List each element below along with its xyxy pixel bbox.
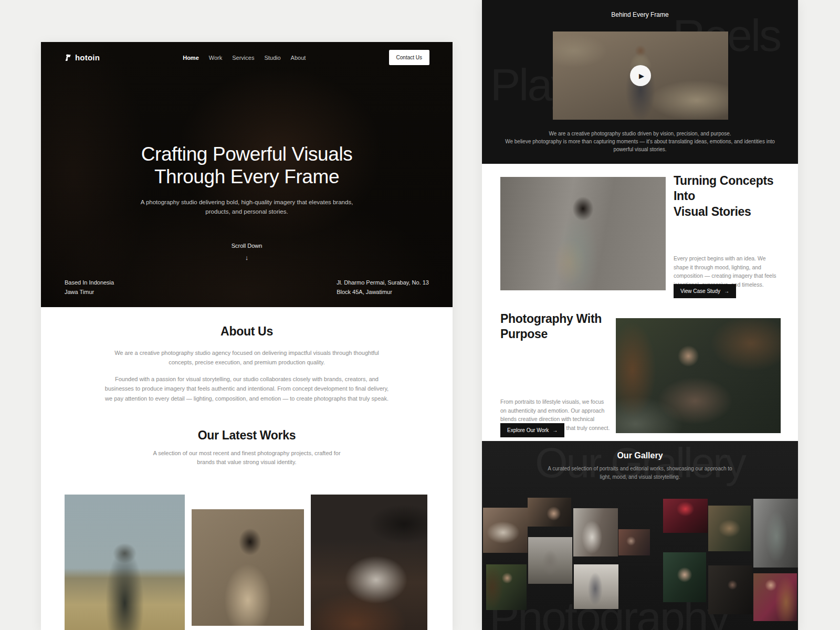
about-paragraph-2: Founded with a passion for visual storyt… <box>104 374 390 403</box>
purpose-photo <box>616 318 781 433</box>
gallery-subtitle: A curated selection of portraits and edi… <box>482 465 798 481</box>
design-canvas: hotoin Home Work Services Studio About C… <box>0 0 840 630</box>
purpose-title: Photography With Purpose <box>500 311 616 342</box>
gallery-photo <box>528 537 572 584</box>
logo[interactable]: hotoin <box>64 53 100 62</box>
hero-title: Crafting Powerful Visuals Through Every … <box>41 143 453 188</box>
gallery-photo <box>483 508 528 553</box>
hero-footer: Based In Indonesia Jawa Timur Jl. Dharmo… <box>65 278 429 297</box>
arrow-right-icon: → <box>724 288 729 294</box>
view-case-study-button[interactable]: View Case Study → <box>674 284 736 298</box>
about-paragraph-1: We are a creative photography studio age… <box>104 348 390 367</box>
contact-us-button[interactable]: Contact Us <box>389 50 429 65</box>
nav-item-about[interactable]: About <box>291 55 306 61</box>
gallery-photo <box>618 529 650 555</box>
works-title: Our Latest Works <box>41 428 453 443</box>
reels-heading: Behind Every Frame <box>482 0 798 18</box>
gallery-photo <box>528 498 571 527</box>
works-subtitle: A selection of our most recent and fines… <box>147 449 346 467</box>
reels-caption: We are a creative photography studio dri… <box>482 130 798 153</box>
latest-works-section: Our Latest Works A selection of our most… <box>41 403 453 630</box>
concepts-title: Turning Concepts Into Visual Stories <box>674 173 784 219</box>
features-section: Turning Concepts Into Visual Stories Eve… <box>482 164 798 441</box>
inner-page: Reels Play Behind Every Frame ▶ We are a… <box>482 0 798 630</box>
site-header: hotoin Home Work Services Studio About C… <box>41 42 453 65</box>
work-item: Stillness in Motion <box>192 509 304 630</box>
play-icon[interactable]: ▶ <box>630 65 651 86</box>
hero-subtitle: A photography studio delivering bold, hi… <box>134 197 360 217</box>
arrow-down-icon: ↓ <box>41 254 453 261</box>
works-grid: Stillness in Motion <box>41 495 453 630</box>
gallery-photo <box>663 552 706 602</box>
nav-item-studio[interactable]: Studio <box>264 55 280 61</box>
showreel-video-thumbnail[interactable]: ▶ <box>553 32 728 120</box>
work-photo-field-portrait[interactable] <box>65 495 185 630</box>
nav-item-work[interactable]: Work <box>209 55 222 61</box>
arrow-right-icon: → <box>552 427 558 433</box>
logo-text: hotoin <box>75 53 100 62</box>
landing-page: hotoin Home Work Services Studio About C… <box>41 42 453 630</box>
main-nav: Home Work Services Studio About <box>183 55 306 61</box>
gallery-title: Our Gallery <box>482 451 798 460</box>
work-item <box>65 495 185 630</box>
gallery-photo <box>486 564 527 610</box>
concepts-photo <box>500 177 666 290</box>
hero-copy: Crafting Powerful Visuals Through Every … <box>41 143 453 217</box>
nav-item-services[interactable]: Services <box>232 55 254 61</box>
studio-address: Jl. Dharmo Permai, Surabay, No. 13 Block… <box>337 278 429 297</box>
gallery-photo <box>708 506 751 551</box>
work-photo-beige-coat[interactable] <box>192 509 304 626</box>
reels-section: Reels Play Behind Every Frame ▶ We are a… <box>482 0 798 164</box>
work-photo-couch-portrait[interactable] <box>311 495 427 630</box>
gallery-photo <box>573 508 618 556</box>
scroll-down[interactable]: Scroll Down ↓ <box>41 243 453 261</box>
explore-our-work-button[interactable]: Explore Our Work → <box>500 423 564 437</box>
gallery-section: Our Grallery Photography Our Gallery A c… <box>482 441 798 630</box>
gallery-photo <box>753 573 797 621</box>
studio-location: Based In Indonesia Jawa Timur <box>65 278 114 297</box>
nav-item-home[interactable]: Home <box>183 55 199 61</box>
gallery-photo <box>708 565 752 614</box>
gallery-photo <box>625 572 663 621</box>
scroll-down-label: Scroll Down <box>232 243 262 249</box>
hero-section: hotoin Home Work Services Studio About C… <box>41 42 453 307</box>
about-section: About Us We are a creative photography s… <box>41 307 453 403</box>
gallery-photo <box>663 499 708 533</box>
logo-icon <box>64 54 72 62</box>
gallery-photo <box>753 499 798 568</box>
work-item <box>311 495 427 630</box>
about-title: About Us <box>41 324 453 339</box>
gallery-photo <box>574 564 618 609</box>
